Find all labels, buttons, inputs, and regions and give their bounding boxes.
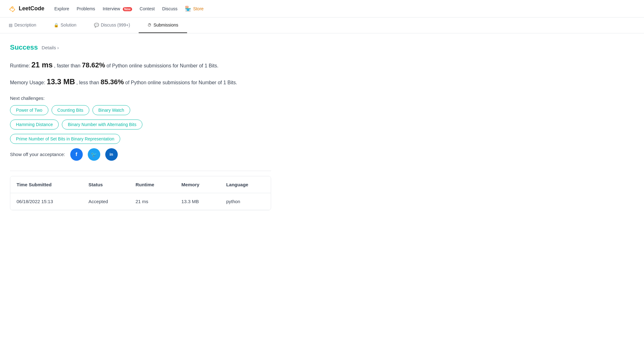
cell-time: 06/18/2022 15:13 [10, 193, 82, 210]
runtime-middle: , faster than [54, 63, 82, 68]
description-icon: ▤ [9, 23, 12, 27]
nav-problems[interactable]: Problems [77, 6, 95, 11]
main-content: Success Details › Runtime: 21 ms , faste… [0, 33, 281, 220]
details-link[interactable]: Details › [42, 45, 59, 50]
challenge-prime-bits[interactable]: Prime Number of Set Bits in Binary Repre… [10, 134, 120, 144]
runtime-prefix: Runtime: [10, 63, 30, 68]
challenge-counting-bits[interactable]: Counting Bits [52, 105, 89, 115]
submissions-table: Time Submitted Status Runtime Memory Lan… [10, 176, 271, 210]
nav-contest[interactable]: Contest [140, 6, 155, 11]
table-header-row: Time Submitted Status Runtime Memory Lan… [10, 176, 271, 193]
linkedin-button[interactable]: in [105, 148, 118, 161]
col-runtime: Runtime [129, 176, 175, 193]
details-text: Details [42, 45, 56, 50]
clock-icon: ⏱ [147, 23, 151, 27]
tab-description[interactable]: ▤ Description [0, 17, 45, 33]
tab-solution[interactable]: 🔒 Solution [45, 17, 85, 33]
tab-solution-label: Solution [61, 22, 77, 27]
navbar: LeetCode Explore Problems Interview New … [0, 0, 644, 17]
new-badge: New [123, 7, 132, 11]
challenge-tags: Power of Two Counting Bits Binary Watch [10, 105, 271, 115]
col-time-submitted: Time Submitted [10, 176, 82, 193]
store-icon: 🏪 [185, 6, 191, 12]
tab-submissions-label: Submissions [153, 22, 178, 27]
logo[interactable]: LeetCode [7, 4, 44, 13]
linkedin-icon: in [110, 152, 113, 157]
table-row[interactable]: 06/18/2022 15:13 Accepted 21 ms 13.3 MB … [10, 193, 271, 210]
runtime-value: 21 ms [31, 61, 52, 69]
challenge-tags-row3: Prime Number of Set Bits in Binary Repre… [10, 134, 271, 144]
submissions-table-wrapper: Time Submitted Status Runtime Memory Lan… [10, 176, 271, 210]
memory-suffix: of Python online submissions for Number … [125, 80, 237, 85]
tab-discuss[interactable]: 💬 Discuss (999+) [85, 17, 139, 33]
cell-language: python [220, 193, 271, 210]
memory-line: Memory Usage: 13.3 MB , less than 85.36%… [10, 76, 271, 88]
challenge-hamming-distance[interactable]: Hamming Distance [10, 120, 59, 130]
cell-memory: 13.3 MB [175, 193, 220, 210]
col-language: Language [220, 176, 271, 193]
table-header: Time Submitted Status Runtime Memory Lan… [10, 176, 271, 193]
tab-description-label: Description [14, 22, 36, 27]
runtime-suffix: of Python online submissions for Number … [107, 63, 218, 68]
tab-bar: ▤ Description 🔒 Solution 💬 Discuss (999+… [0, 17, 644, 33]
runtime-line: Runtime: 21 ms , faster than 78.62% of P… [10, 59, 271, 71]
nav-explore[interactable]: Explore [54, 6, 69, 11]
share-row: Show off your acceptance: f 🐦 in [10, 148, 271, 161]
facebook-icon: f [76, 151, 77, 158]
challenge-power-of-two[interactable]: Power of Two [10, 105, 48, 115]
memory-middle: , less than [77, 80, 101, 85]
nav-interview[interactable]: Interview New [103, 6, 132, 11]
lock-icon: 🔒 [54, 23, 59, 27]
challenge-binary-watch[interactable]: Binary Watch [92, 105, 130, 115]
cell-status: Accepted [82, 193, 129, 210]
next-challenges-label: Next challenges: [10, 95, 271, 101]
col-status: Status [82, 176, 129, 193]
tab-discuss-label: Discuss (999+) [101, 22, 130, 27]
facebook-button[interactable]: f [70, 148, 83, 161]
runtime-pct: 78.62% [82, 61, 105, 69]
table-body: 06/18/2022 15:13 Accepted 21 ms 13.3 MB … [10, 193, 271, 210]
store-label: Store [193, 6, 203, 11]
memory-prefix: Memory Usage: [10, 80, 45, 85]
success-header: Success Details › [10, 43, 271, 51]
nav-discuss[interactable]: Discuss [162, 6, 177, 11]
divider [10, 171, 271, 171]
col-memory: Memory [175, 176, 220, 193]
challenge-binary-alternating[interactable]: Binary Number with Alternating Bits [62, 120, 142, 130]
twitter-icon: 🐦 [91, 151, 97, 157]
nav-store[interactable]: 🏪 Store [185, 6, 203, 12]
logo-icon [7, 4, 16, 13]
share-label: Show off your acceptance: [10, 152, 65, 157]
twitter-button[interactable]: 🐦 [88, 148, 100, 161]
discuss-icon: 💬 [94, 23, 99, 27]
memory-pct: 85.36% [101, 78, 124, 86]
cell-runtime: 21 ms [129, 193, 175, 210]
challenge-tags-row2: Hamming Distance Binary Number with Alte… [10, 120, 271, 130]
success-status: Success [10, 43, 38, 51]
tab-submissions[interactable]: ⏱ Submissions [139, 17, 187, 33]
chevron-right-icon: › [57, 45, 59, 50]
nav-links: Explore Problems Interview New Contest D… [54, 6, 637, 12]
memory-value: 13.3 MB [47, 77, 75, 86]
logo-text: LeetCode [19, 5, 44, 12]
